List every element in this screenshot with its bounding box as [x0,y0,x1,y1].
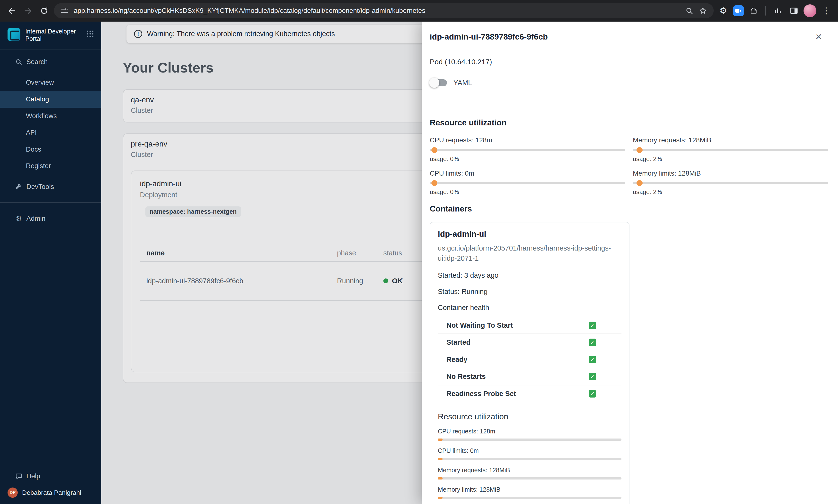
meter-cpu-limits: CPU limits: 0m usage: 0% [430,169,625,196]
bookmark-star-icon[interactable] [699,6,707,15]
meter-usage: usage: 2% [633,188,828,196]
small-meter-cpu-limits: CPU limits: 0m [438,447,622,460]
resource-meters: CPU requests: 128m usage: 0% Memory requ… [430,136,828,196]
back-icon[interactable] [5,4,18,17]
sidebar-item-register[interactable]: Register [0,158,101,174]
meter-usage: usage: 0% [430,156,625,162]
site-info-icon[interactable] [60,6,69,15]
health-label: Readiness Probe Set [447,390,516,398]
sidebar-search-label: Search [27,58,48,66]
meter-label: Memory requests: 128MiB [633,136,828,144]
sidebar-item-overview[interactable]: Overview [0,74,101,91]
sidebar-help[interactable]: Help [0,468,101,484]
check-icon: ✓ [589,373,596,380]
meter-track [633,182,828,184]
health-label: Ready [447,356,468,364]
sidebar-search[interactable]: Search [0,54,101,70]
yaml-toggle[interactable] [431,79,447,86]
health-row-no-restarts: No Restarts ✓ [438,368,622,385]
help-chat-icon [15,472,22,480]
health-row-ready: Ready ✓ [438,351,622,368]
idp-logo [7,28,20,41]
small-meter-memory-limits: Memory limits: 128MiB [438,486,622,499]
meter-usage: usage: 0% [430,188,625,196]
sidebar-admin-label: Admin [27,215,46,222]
drawer-title: idp-admin-ui-7889789fc6-9f6cb [430,32,828,41]
small-meter-cpu-requests: CPU requests: 128m [438,428,622,441]
container-name: idp-admin-ui [438,230,622,239]
menu-kebab-icon[interactable]: ⋮ [820,4,833,17]
small-meter-fill [438,497,442,499]
small-meter-track [438,458,622,460]
sidebar-devtools-label: DevTools [27,183,54,191]
small-meter-fill [438,438,442,441]
refresh-icon[interactable] [38,4,51,17]
meter-thumb [636,180,642,186]
browser-toolbar: app.harness.io/ng/account/vpCkHKsDSxK9_K… [0,0,838,22]
small-meter-label: Memory limits: 128MiB [438,486,622,493]
sidebar-item-api[interactable]: API [0,124,101,141]
media-controls-icon[interactable] [771,4,784,17]
container-health-title: Container health [438,304,622,312]
user-name: Debabrata Panigrahi [22,489,81,497]
gear-icon: ⚙ [15,215,22,222]
meter-track [430,182,625,184]
small-meter-fill [438,477,442,480]
profile-avatar[interactable] [804,4,816,17]
sidebar-item-docs[interactable]: Docs [0,141,101,158]
url-text: app.harness.io/ng/account/vpCkHKsDSxK9_K… [74,7,680,15]
check-icon: ✓ [589,356,596,363]
yaml-toggle-label: YAML [453,79,472,87]
sidebar-item-admin[interactable]: ⚙ Admin [0,210,101,227]
health-label: Not Waiting To Start [447,321,513,329]
user-avatar: DP [7,487,18,498]
meter-thumb [636,147,642,153]
extensions-puzzle-icon[interactable] [747,4,760,17]
search-icon[interactable] [685,6,694,15]
sidebar-item-catalog[interactable]: Catalog [0,91,101,108]
meter-label: CPU requests: 128m [430,136,625,144]
health-row-readiness-probe: Readiness Probe Set ✓ [438,385,622,402]
forward-icon[interactable] [22,4,34,17]
health-label: Started [447,338,470,346]
search-icon [15,58,22,66]
zoom-extension-icon[interactable] [733,5,744,16]
check-icon: ✓ [589,339,596,346]
container-started: Started: 3 days ago [438,271,622,280]
sidebar-item-devtools[interactable]: DevTools [0,179,101,195]
meter-memory-requests: Memory requests: 128MiB usage: 2% [633,136,828,162]
meter-thumb [431,180,437,186]
pod-details-drawer: × idp-admin-ui-7889789fc6-9f6cb Pod (10.… [422,22,838,504]
small-meter-track [438,477,622,480]
wrench-icon [15,183,22,191]
small-meter-memory-requests: Memory requests: 128MiB [438,467,622,480]
meter-cpu-requests: CPU requests: 128m usage: 0% [430,136,625,162]
sidebar-item-workflows[interactable]: Workflows [0,108,101,124]
check-icon: ✓ [589,322,596,329]
sidebar-divider [0,49,101,50]
meter-track [430,149,625,151]
apps-grid-icon[interactable] [87,30,94,39]
health-row-not-waiting: Not Waiting To Start ✓ [438,317,622,334]
toolbar-separator [765,6,766,16]
meter-usage: usage: 2% [633,156,828,162]
close-icon[interactable]: × [816,31,822,42]
sidebar-user[interactable]: DP Debabrata Panigrahi [0,484,101,499]
small-meter-label: CPU requests: 128m [438,428,622,435]
address-bar[interactable]: app.harness.io/ng/account/vpCkHKsDSxK9_K… [54,3,714,18]
container-status: Status: Running [438,288,622,296]
container-card: idp-admin-ui us.gcr.io/platform-205701/h… [430,222,629,504]
pod-subtitle: Pod (10.64.10.217) [430,58,828,66]
screen: app.harness.io/ng/account/vpCkHKsDSxK9_K… [0,0,838,504]
container-image-link[interactable]: us.gcr.io/platform-205701/harness/harnes… [438,243,622,264]
small-meter-label: Memory requests: 128MiB [438,467,622,474]
containers-section-title: Containers [430,204,828,213]
check-icon: ✓ [589,390,596,397]
meter-track [633,149,828,151]
toggle-knob [429,78,439,88]
container-health-list: Not Waiting To Start ✓ Started ✓ Ready ✓… [438,317,622,402]
settings-gear-icon[interactable]: ⚙ [717,4,730,17]
app-title: Internal Developer Portal [25,28,82,42]
small-meter-label: CPU limits: 0m [438,447,622,454]
side-panel-icon[interactable] [787,4,800,17]
